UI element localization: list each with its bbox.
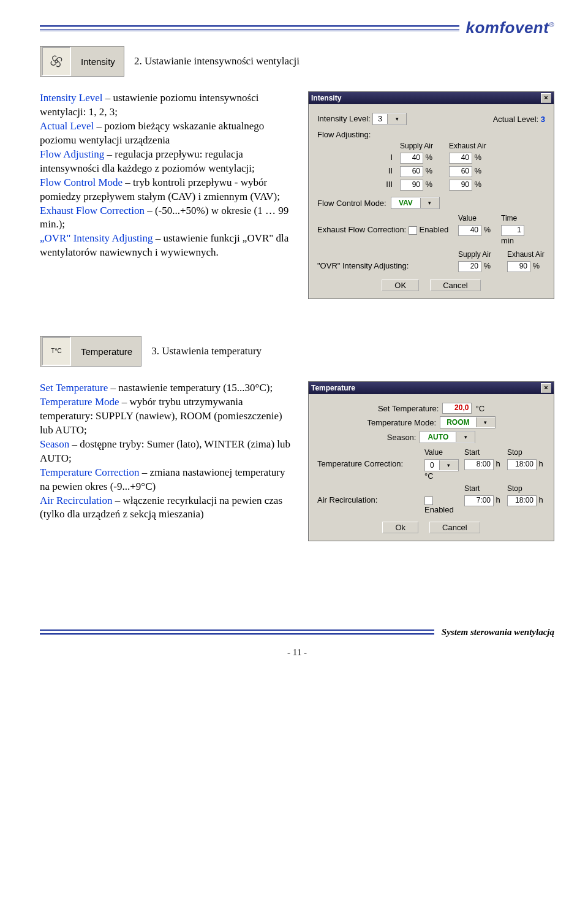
temperature-button-label: Temperature	[72, 346, 141, 357]
fan-icon	[42, 47, 71, 76]
ar-enabled-label: Enabled	[424, 505, 454, 514]
efc-value-input[interactable]: 40	[458, 225, 481, 236]
intensity-button[interactable]: Intensity	[40, 46, 124, 77]
intensity-level-select[interactable]: 3▾	[372, 113, 407, 125]
efc-checkbox[interactable]	[409, 226, 417, 235]
section1-body: Intensity Level – ustawienie poziomu int…	[40, 91, 297, 260]
footer-label: System sterowania wentylacją	[434, 627, 554, 637]
temperature-close-icon[interactable]: ×	[541, 383, 551, 393]
intensity-cancel-button[interactable]: Cancel	[430, 280, 480, 291]
tc-stop-hdr: Stop	[507, 448, 550, 457]
section2-body: Set Temperature – nastawienie temperatur…	[40, 381, 297, 522]
temp-mode-label: Temperature Mode:	[367, 418, 436, 427]
ar-start-hdr: Start	[464, 484, 507, 493]
header-rule	[40, 25, 459, 31]
footer-rule	[40, 629, 434, 635]
temperature-dialog: Temperature × Set Temperature: 20,0 °C T…	[308, 381, 554, 541]
exhaust-2-input[interactable]: 60	[449, 166, 472, 177]
ovr-exhaust-input[interactable]: 90	[507, 261, 530, 272]
set-temp-label: Set Temperature:	[378, 404, 439, 413]
section2-heading: 3. Ustawienia temperatury	[151, 345, 262, 357]
efc-time-input[interactable]: 1	[501, 225, 524, 236]
ar-stop-input[interactable]: 18:00	[507, 495, 537, 506]
ar-label: Air Recirculation:	[317, 495, 424, 514]
flow-control-mode-select[interactable]: VAV▾	[391, 197, 440, 209]
temperature-dialog-title: Temperature	[311, 384, 355, 392]
level-2-label: II	[317, 166, 400, 177]
value-hdr: Value	[458, 214, 501, 223]
season-label: Season:	[387, 433, 417, 442]
temp-cancel-button[interactable]: Cancel	[429, 522, 480, 533]
supply-air-hdr: Supply Air	[400, 142, 449, 150]
ovr-supply-input[interactable]: 20	[458, 261, 481, 272]
ovr-exhaust-hdr: Exhaust Air	[507, 250, 556, 259]
flow-control-mode-label: Flow Control Mode:	[317, 199, 386, 208]
ovr-supply-hdr: Supply Air	[458, 250, 507, 259]
level-3-label: III	[317, 180, 400, 191]
temp-ok-button[interactable]: Ok	[382, 522, 418, 533]
tc-start-hdr: Start	[464, 448, 507, 457]
intensity-dialog-title: Intensity	[311, 94, 341, 102]
efc-enabled-label: Enabled	[419, 225, 448, 234]
efc-label: Exhaust Flow Correction:	[317, 225, 406, 234]
intensity-close-icon[interactable]: ×	[541, 93, 551, 103]
tc-start-input[interactable]: 8:00	[464, 459, 494, 470]
page-number: - 11 -	[40, 647, 554, 658]
intensity-dialog: Intensity × Intensity Level: 3▾ Actual L…	[308, 91, 554, 299]
actual-level-value: 3	[541, 115, 545, 124]
intensity-ok-button[interactable]: OK	[382, 280, 419, 291]
ar-stop-hdr: Stop	[507, 484, 550, 493]
supply-1-input[interactable]: 40	[400, 153, 423, 164]
supply-3-input[interactable]: 90	[400, 180, 423, 191]
temperature-button[interactable]: T°C Temperature	[40, 336, 141, 367]
intensity-level-label: Intensity Level:	[317, 114, 371, 123]
ovr-label: "OVR" Intensity Adjusting:	[317, 261, 458, 272]
supply-2-input[interactable]: 60	[400, 166, 423, 177]
tc-label: Temperature Correction:	[317, 459, 424, 481]
set-temp-input[interactable]: 20,0	[442, 403, 472, 414]
temp-mode-select[interactable]: ROOM▾	[440, 416, 495, 428]
level-1-label: I	[317, 153, 400, 164]
tc-value-select[interactable]: 0▾	[424, 459, 459, 471]
season-select[interactable]: AUTO▾	[420, 431, 475, 443]
svg-point-0	[55, 60, 58, 63]
exhaust-1-input[interactable]: 40	[449, 153, 472, 164]
ar-checkbox[interactable]	[424, 497, 433, 505]
tc-value-hdr: Value	[424, 448, 464, 457]
ar-start-input[interactable]: 7:00	[464, 495, 494, 506]
tc-stop-input[interactable]: 18:00	[507, 459, 537, 470]
actual-level-label: Actual Level:	[493, 115, 538, 124]
exhaust-air-hdr: Exhaust Air	[449, 142, 498, 150]
exhaust-3-input[interactable]: 90	[449, 180, 472, 191]
time-hdr: Time	[501, 214, 538, 223]
flow-adjusting-label: Flow Adjusting:	[317, 130, 371, 139]
temperature-icon: T°C	[42, 337, 71, 366]
section1-heading: 2. Ustawianie intensywności wentylacji	[134, 55, 300, 67]
intensity-button-label: Intensity	[72, 56, 124, 67]
brand-logo: komfovent®	[459, 18, 554, 37]
